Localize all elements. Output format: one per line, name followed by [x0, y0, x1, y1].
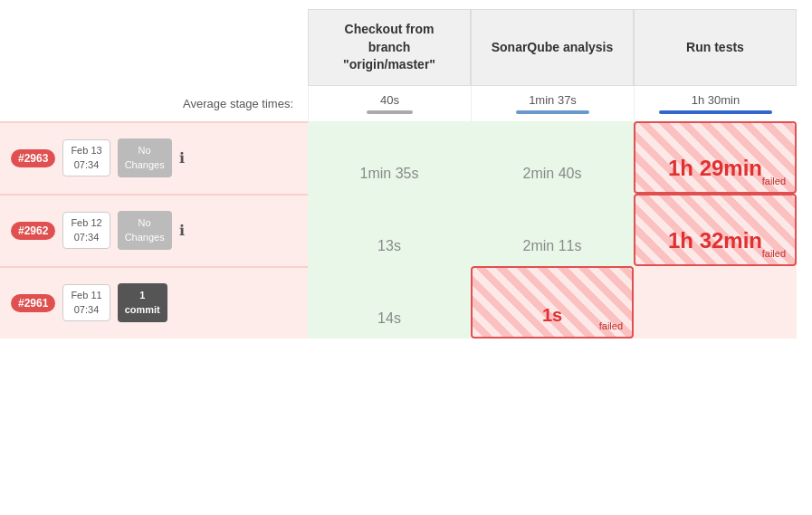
avg-label: Average stage times:: [0, 86, 308, 121]
avg-sonar-bar: [516, 110, 589, 114]
row-2962-label: #2962 Feb 12 07:34 No Changes ℹ: [0, 194, 308, 266]
no-changes-badge-2963: No Changes: [118, 138, 172, 177]
grid-container: Checkout from branch "origin/master" Son…: [0, 9, 812, 339]
no-changes-badge-2962: No Changes: [118, 211, 172, 250]
build-date-2962: Feb 12 07:34: [62, 212, 110, 249]
stage-2961-sonar: 1s failed: [471, 266, 634, 339]
stage-2961-tests: [634, 266, 797, 339]
info-icon-2962[interactable]: ℹ: [179, 222, 185, 239]
stage-2963-tests: 1h 29min failed: [634, 121, 797, 194]
header-sonar: SonarQube analysis: [471, 9, 634, 86]
avg-checkout-bar: [367, 110, 413, 114]
stage-2961-checkout: 14s: [308, 266, 471, 339]
build-badge-2962[interactable]: #2962: [11, 222, 55, 240]
stage-2963-sonar: 2min 40s: [471, 121, 634, 194]
stage-2963-checkout: 1min 35s: [308, 121, 471, 194]
info-icon-2963[interactable]: ℹ: [179, 149, 185, 167]
stage-2962-tests: 1h 32min failed: [634, 194, 797, 266]
avg-sonar-cell: 1min 37s: [471, 86, 634, 121]
avg-checkout-cell: 40s: [308, 86, 471, 121]
build-badge-2961[interactable]: #2961: [11, 294, 55, 312]
stage-2962-checkout: 13s: [308, 194, 471, 266]
avg-tests-cell: 1h 30min: [634, 86, 797, 121]
row-2961-label: #2961 Feb 11 07:34 1 commit: [0, 266, 308, 339]
row-2963-label: #2963 Feb 13 07:34 No Changes ℹ: [0, 121, 308, 194]
build-badge-2963[interactable]: #2963: [11, 149, 55, 167]
header-empty: [0, 9, 308, 86]
stage-2962-sonar: 2min 11s: [471, 194, 634, 266]
pipeline-table: Checkout from branch "origin/master" Son…: [0, 0, 812, 348]
header-tests: Run tests: [634, 9, 797, 86]
avg-tests-bar: [659, 110, 772, 114]
build-date-2963: Feb 13 07:34: [62, 139, 110, 176]
build-date-2961: Feb 11 07:34: [62, 284, 110, 321]
header-checkout: Checkout from branch "origin/master": [308, 9, 471, 86]
commit-badge-2961: 1 commit: [118, 283, 167, 322]
